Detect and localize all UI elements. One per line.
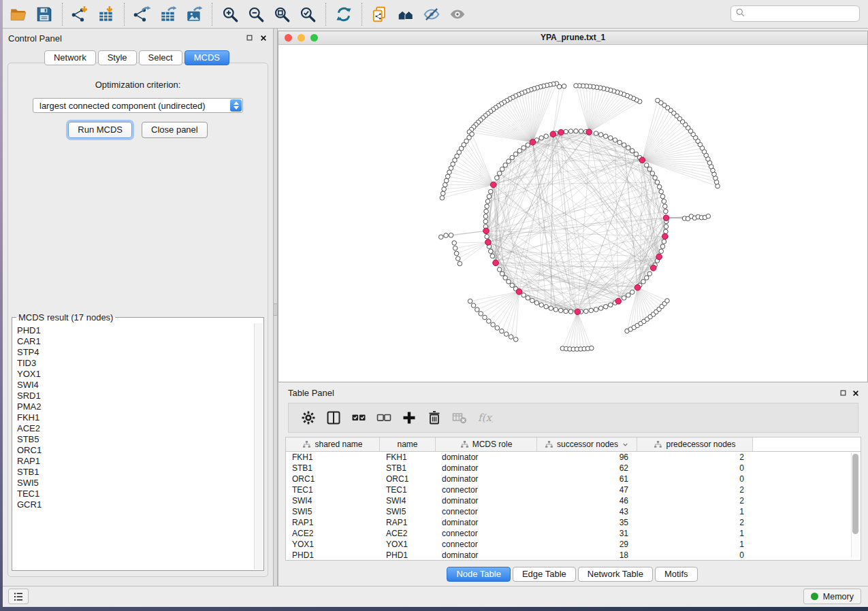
- table-cell: dominator: [436, 495, 537, 506]
- import-table-button[interactable]: [93, 3, 119, 26]
- table-row[interactable]: TEC1TEC1connector472: [286, 484, 861, 495]
- network-canvas[interactable]: [278, 44, 867, 382]
- mcds-result-item[interactable]: SWI4: [13, 380, 254, 391]
- mcds-result-item[interactable]: ORC1: [13, 445, 254, 456]
- table-cell: 1: [637, 528, 753, 539]
- table-row[interactable]: ORC1ORC1dominator610: [286, 474, 861, 484]
- mcds-result-item[interactable]: FKH1: [13, 412, 254, 423]
- search-input[interactable]: [745, 8, 855, 19]
- panel-splitter[interactable]: [273, 29, 278, 587]
- column-header-predecessor-nodes[interactable]: predecessor nodes: [637, 437, 753, 451]
- open-file-button[interactable]: [5, 3, 31, 26]
- zoom-in-icon: [221, 5, 239, 23]
- table-cell: connector: [436, 528, 537, 539]
- zoom-in-button[interactable]: [217, 3, 243, 26]
- shared-col-icon: [460, 440, 469, 449]
- table-cell: dominator: [436, 452, 537, 463]
- mcds-result-item[interactable]: PHD1: [13, 325, 254, 336]
- zoom-out-button[interactable]: [243, 3, 269, 26]
- run-mcds-button[interactable]: Run MCDS: [68, 122, 132, 138]
- zoom-selected-button[interactable]: [295, 3, 321, 26]
- zoom-fit-button[interactable]: [269, 3, 295, 26]
- table-options-button[interactable]: [295, 406, 321, 429]
- control-panel-title: Control Panel: [8, 33, 62, 44]
- mcds-result-item[interactable]: PMA2: [13, 401, 254, 412]
- table-row[interactable]: FKH1FKH1dominator962: [286, 452, 861, 463]
- shared-col-icon: [302, 440, 311, 449]
- show-columns-button[interactable]: [321, 406, 346, 429]
- criterion-select[interactable]: largest connected component (undirected): [33, 98, 243, 113]
- tab-network[interactable]: Network: [44, 50, 96, 65]
- window-minimize-button[interactable]: [298, 34, 305, 42]
- tab-network-table[interactable]: Network Table: [578, 567, 653, 582]
- network-window-titlebar[interactable]: YPA_prune.txt_1: [278, 31, 867, 45]
- export-network-button[interactable]: [129, 3, 155, 26]
- toolbar-separator: [124, 3, 125, 26]
- window-close-button[interactable]: [285, 34, 292, 42]
- tab-node-table[interactable]: Node Table: [447, 567, 511, 582]
- deselect-all-rows-button[interactable]: [371, 406, 396, 429]
- export-table-button[interactable]: [155, 3, 181, 26]
- mcds-result-item[interactable]: STB5: [13, 434, 254, 445]
- mcds-list-scrollbar[interactable]: [254, 323, 263, 569]
- table-scrollbar-thumb[interactable]: [852, 454, 858, 534]
- mcds-result-item[interactable]: ACE2: [13, 423, 254, 434]
- table-row[interactable]: ACE2ACE2connector311: [286, 528, 861, 539]
- node-table-header: shared namenameMCDS rolesuccessor nodesp…: [286, 437, 861, 452]
- toolbar-separator: [325, 3, 326, 26]
- mcds-result-item[interactable]: CAR1: [13, 336, 254, 347]
- mcds-result-item[interactable]: SRD1: [13, 391, 254, 401]
- task-history-button[interactable]: [8, 589, 29, 604]
- table-cell: FKH1: [380, 452, 436, 463]
- mcds-result-item[interactable]: RAP1: [13, 456, 254, 467]
- mcds-result-item[interactable]: SWI5: [13, 478, 254, 489]
- table-row[interactable]: PHD1PHD1dominator180: [286, 550, 861, 561]
- table-row[interactable]: STB1STB1dominator620: [286, 463, 861, 474]
- table-cell: 35: [537, 517, 637, 528]
- table-scrollbar[interactable]: [851, 452, 859, 557]
- mcds-result-item[interactable]: STB1: [13, 467, 254, 478]
- first-neighbors-button[interactable]: [393, 3, 419, 26]
- memory-button[interactable]: Memory: [803, 589, 861, 604]
- refresh-icon: [335, 5, 353, 23]
- float-panel-icon[interactable]: [245, 33, 254, 42]
- tab-select[interactable]: Select: [139, 50, 182, 65]
- mcds-result-item[interactable]: YOX1: [13, 369, 254, 380]
- column-header-shared-name[interactable]: shared name: [286, 437, 380, 451]
- mcds-result-item[interactable]: STP4: [13, 347, 254, 358]
- tab-style[interactable]: Style: [98, 50, 137, 65]
- close-panel-icon[interactable]: [259, 33, 268, 42]
- mcds-result-item[interactable]: TID3: [13, 358, 254, 369]
- toolbar-buttons: [5, 3, 470, 26]
- float-table-panel-icon[interactable]: [839, 389, 848, 397]
- add-column-button[interactable]: [396, 406, 421, 429]
- hide-selected-button[interactable]: [419, 3, 445, 26]
- column-header-name[interactable]: name: [380, 437, 436, 451]
- refresh-button[interactable]: [331, 3, 357, 26]
- column-header-successor-nodes[interactable]: successor nodes: [537, 437, 637, 451]
- table-row[interactable]: RAP1RAP1dominator352: [286, 517, 861, 528]
- column-header-mcds-role[interactable]: MCDS role: [436, 437, 537, 451]
- table-row[interactable]: SWI5SWI5connector431: [286, 506, 861, 517]
- table-row[interactable]: YOX1YOX1connector291: [286, 539, 861, 550]
- clone-network-button[interactable]: [367, 3, 393, 26]
- close-panel-button[interactable]: Close panel: [142, 122, 208, 138]
- splitter-grip[interactable]: [274, 303, 277, 316]
- table-row[interactable]: SWI4SWI4dominator462: [286, 495, 861, 506]
- save-session-button[interactable]: [31, 3, 57, 26]
- network-window-title: YPA_prune.txt_1: [278, 31, 867, 44]
- export-image-button[interactable]: [181, 3, 207, 26]
- table-cell: RAP1: [380, 517, 436, 528]
- tab-mcds[interactable]: MCDS: [184, 50, 229, 65]
- delete-column-button[interactable]: [421, 406, 447, 429]
- window-maximize-button[interactable]: [310, 34, 318, 42]
- mcds-result-item[interactable]: GCR1: [13, 499, 254, 510]
- close-table-panel-icon[interactable]: [851, 389, 860, 397]
- search-box[interactable]: [730, 5, 860, 22]
- select-all-rows-button[interactable]: [346, 406, 371, 429]
- show-all-button[interactable]: [445, 3, 470, 26]
- import-network-button[interactable]: [67, 3, 93, 26]
- mcds-result-item[interactable]: TEC1: [13, 489, 254, 499]
- tab-motifs[interactable]: Motifs: [655, 567, 698, 582]
- tab-edge-table[interactable]: Edge Table: [513, 567, 576, 582]
